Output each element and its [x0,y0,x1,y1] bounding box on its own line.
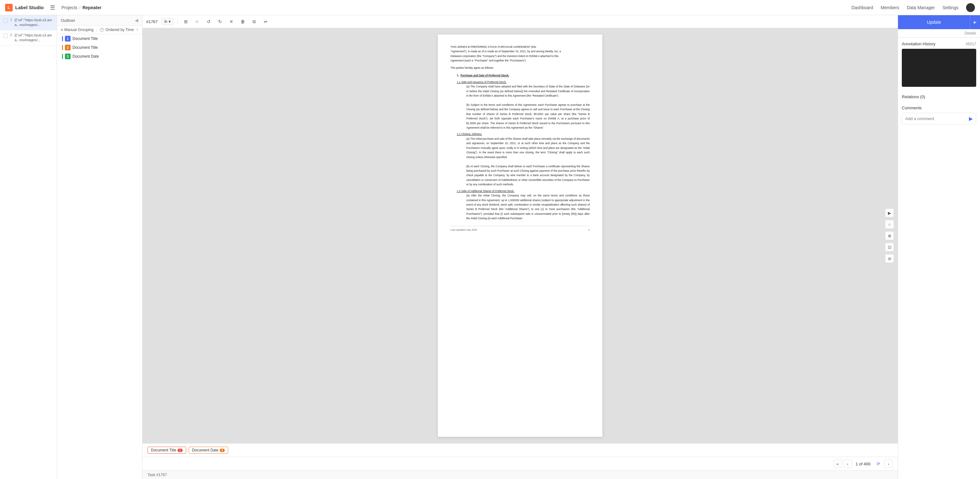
star-button[interactable]: ☆ [193,17,202,26]
color-bar [62,45,63,50]
nav-members[interactable]: Members [881,5,899,10]
task-text: [{"url":"https://pub.s3.ama...mo/images/… [14,33,54,43]
breadcrumb-current: Repeater [82,5,101,10]
manual-grouping-label: Manual Grouping [64,27,93,32]
sort-direction-icon[interactable]: ↑ [137,27,138,32]
doc-date-tag-label: Document Date [192,448,218,452]
breadcrumb: Projects / Repeater [61,5,101,10]
doc-footer-date: Last Updated July 2020 [450,228,477,232]
task-list: 1 [{"url":"https://pub.s3.ama...mo/image… [0,15,57,479]
task-footer: Task #1767 [142,471,898,479]
history-thumbnail [902,49,976,87]
user-avatar[interactable] [966,3,975,12]
comment-send-button[interactable]: ▶ [969,116,973,121]
zoom-out-tool[interactable]: ⊖ [885,254,894,263]
outliner-controls: ≡ Manual Grouping | 🕐 Ordered by Time ↑ [57,26,142,34]
task-number: 0 [10,33,12,37]
ordered-by-time-control[interactable]: 🕐 Ordered by Time [99,27,134,32]
relations-section: Relations (0) [898,94,980,105]
comment-input-wrapper: ▶ [902,113,976,125]
task-checkbox[interactable] [3,34,8,38]
document-title-tag[interactable]: Document Title 1 [148,447,186,453]
nav-dashboard[interactable]: Dashboard [851,5,873,10]
outliner-item-3[interactable]: 3 Document Date [57,52,142,61]
task-number: 1 [10,18,12,22]
doc-title-tag-count: 1 [178,449,183,452]
right-panel-collapse[interactable]: ▶ [970,15,980,29]
hamburger-menu[interactable]: ☰ [50,4,55,11]
first-page-button[interactable]: « [834,460,842,468]
next-page-button[interactable]: › [885,460,892,468]
pagination-bar: « ‹ 1 of 400 ⟳ › [142,457,898,471]
document-footer: Last Updated July 2020 1 [450,226,590,232]
task-checkbox[interactable] [3,18,8,23]
section12-b-text: (b) At each Closing, the Company shall d… [466,164,590,187]
document-agreement-title: THIS SERIES B PREFERRED STOCK PURCHASE A… [450,45,590,63]
section12-a-text: (a) The initial purchase and sale of the… [466,137,590,160]
annotation-dropdown[interactable]: in ▾ [161,18,173,25]
expand-tool[interactable]: ⊡ [885,243,894,252]
color-bar [62,54,63,59]
zoom-in-tool[interactable]: ⊕ [885,231,894,240]
annotation-tags-bar: Document Title 1 Document Date 2 [142,443,898,457]
clock-icon: 🕐 [99,27,104,32]
redo-button[interactable]: ↻ [216,17,224,26]
section1-header-text: Purchase and Sale of Preferred Stock. [461,74,509,77]
outliner-item-2[interactable]: 2 Document Title [57,43,142,52]
delete-button[interactable]: 🗑 [239,17,247,26]
manual-grouping-control[interactable]: ≡ Manual Grouping [61,27,93,32]
history-header: Annotation History #5017 [902,42,976,46]
document-date-tag[interactable]: Document Date 2 [189,447,228,453]
outliner-item-label: Document Title [73,37,98,41]
task-footer-text: Task #1767 [148,473,167,477]
outliner-header: Outliner ◀ [57,15,142,26]
nav-settings[interactable]: Settings [942,5,958,10]
section-1-1: 1.1 Sale and Issuance of Preferred Stock… [457,80,590,130]
main-layout: 1 [{"url":"https://pub.s3.ama...mo/image… [0,15,980,479]
color-bar [62,36,63,41]
outliner-item-1[interactable]: 1 Document Title [57,34,142,43]
comment-input[interactable] [905,116,966,121]
doc-date-tag-count: 2 [220,449,225,452]
section-1-header: 1. Purchase and Sale of Preferred Stock. [457,73,590,78]
cursor-tool[interactable]: ▶ [885,208,894,217]
grid-view-button[interactable]: ⊞ [181,17,190,26]
brush-tool[interactable]: ○ [885,220,894,229]
breadcrumb-separator: / [80,5,81,10]
task-item[interactable]: 0 [{"url":"https://pub.s3.ama...mo/image… [0,30,57,46]
breadcrumb-projects[interactable]: Projects [61,5,78,10]
outliner-collapse-button[interactable]: ◀ [135,18,138,23]
prev-page-button[interactable]: ‹ [843,460,852,468]
of-text: of [859,461,862,466]
undo-button[interactable]: ↺ [204,17,213,26]
history-id: #5017 [966,42,976,46]
refresh-button[interactable]: ⟳ [874,460,883,468]
outliner-panel: Outliner ◀ ≡ Manual Grouping | 🕐 Ordered… [57,15,142,479]
close-button[interactable]: ✕ [227,17,236,26]
controls-divider: | [96,27,97,32]
parties-header-text: The parties hereby agree as follows: [450,65,590,70]
nav-data-manager[interactable]: Data Manager [907,5,935,10]
outliner-title: Outliner [61,18,75,23]
right-panel-header: Update ▶ [898,15,980,29]
task-item[interactable]: 1 [{"url":"https://pub.s3.ama...mo/image… [0,15,57,30]
outliner-badge: 2 [65,45,71,50]
outliner-badge: 3 [65,54,71,59]
section13-header-text: 1.3 Sale of Additional Shares of Preferr… [457,189,590,193]
app-logo[interactable]: L Label Studio [5,4,44,11]
doc-title-line3: Delaware corporation (the "Company") and… [450,54,590,58]
details-tab[interactable]: Details [898,29,980,38]
nav-right-links: Dashboard Members Data Manager Settings [851,3,975,12]
page-info: 1 of 400 [854,461,872,466]
document-scroll-area[interactable]: THIS SERIES B PREFERRED STOCK PURCHASE A… [142,28,898,443]
document-parties-header: The parties hereby agree as follows: [450,65,590,70]
outliner-badge: 1 [65,36,71,42]
top-navigation: L Label Studio ☰ Projects / Repeater Das… [0,0,980,15]
compare-button[interactable]: ⇌ [261,17,270,26]
update-button[interactable]: Update [898,16,970,29]
copy-button[interactable]: ⧉ [250,17,259,26]
section11-header-text: 1.1 Sale and Issuance of Preferred Stock… [457,80,590,84]
annotation-toolbar: #1767 in ▾ ⊞ ☆ ↺ ↻ ✕ 🗑 ⧉ ⇌ [142,15,898,28]
document-tools: ▶ ○ ⊕ ⊡ ⊖ [885,208,894,263]
outliner-item-label: Document Date [73,54,99,59]
